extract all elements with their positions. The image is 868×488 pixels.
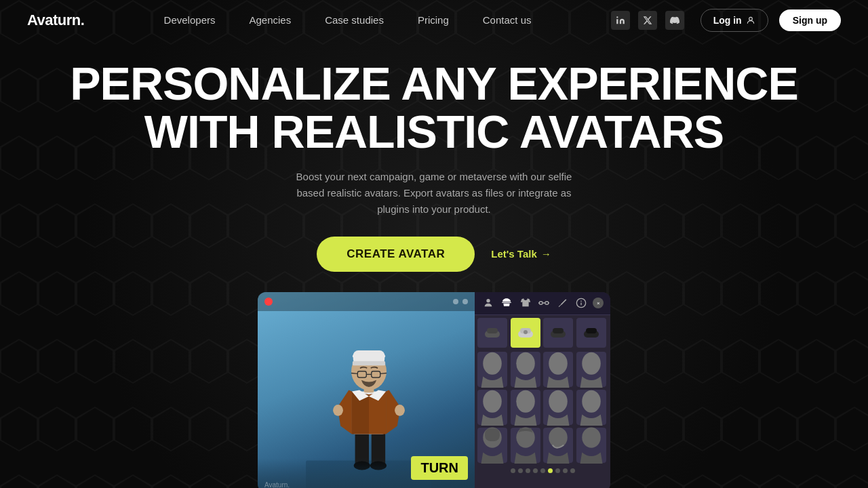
head-item-8[interactable] [576,390,606,425]
hat-item-4[interactable] [576,318,606,348]
head-item-1[interactable] [477,352,507,387]
turn-badge: TURN [411,456,468,480]
head-item-2[interactable] [511,352,540,387]
nav-developers[interactable]: Developers [164,14,216,26]
head-item-9[interactable] [477,428,507,463]
tool-glasses-icon[interactable] [537,296,551,310]
page-dot-2[interactable] [518,468,523,473]
head-item-12[interactable] [576,428,606,463]
lets-talk-button[interactable]: Let's Talk → [491,248,551,260]
preview-controls [453,299,468,304]
preview-top-bar [258,292,475,311]
head-item-3[interactable] [543,352,573,387]
hat-grid [475,315,610,350]
head-item-10[interactable] [511,428,540,463]
svg-line-17 [351,373,357,373]
head-grid-row1 [475,350,610,388]
head-item-7[interactable] [543,390,573,425]
tool-hat-icon[interactable] [500,296,513,310]
head-item-4[interactable] [576,352,606,387]
customizer-close-button[interactable]: × [593,298,604,308]
nav-links: Developers Agencies Case studies Pricing… [164,14,532,26]
head-item-11[interactable] [543,428,573,463]
discord-icon[interactable] [665,11,684,30]
svg-rect-36 [586,328,597,333]
svg-point-42 [516,390,535,413]
page-dot-8[interactable] [563,468,568,473]
svg-point-32 [524,330,528,334]
svg-point-41 [483,390,502,413]
svg-point-7 [333,405,343,416]
hero-title: PERSONALIZE ANY EXPERIENCE WITH REALISTI… [0,60,868,157]
head-item-6[interactable] [511,390,540,425]
tool-info-icon[interactable] [574,296,588,310]
customizer-toolbar: × [475,292,610,315]
watermark: Avaturn. [264,481,290,488]
linkedin-icon[interactable] [611,11,630,30]
nav-pricing[interactable]: Pricing [418,14,449,26]
svg-rect-20 [539,302,542,304]
svg-point-48 [549,428,568,448]
page-dot-6[interactable] [548,468,553,473]
svg-point-49 [582,428,601,448]
create-avatar-button[interactable]: CREATE AVATAR [317,237,475,272]
logo: Avaturn. [27,12,84,29]
hero-section: PERSONALIZE ANY EXPERIENCE WITH REALISTI… [0,41,868,488]
hero-actions: CREATE AVATAR Let's Talk → [0,237,868,272]
page-dot-7[interactable] [555,468,560,473]
head-grid-row2 [475,388,610,426]
svg-point-19 [486,299,490,302]
nav-agencies[interactable]: Agencies [249,14,291,26]
hat-item-2[interactable] [511,318,540,348]
page-dot-3[interactable] [526,468,530,473]
page-dot-9[interactable] [570,468,575,473]
ctrl-dot-2 [462,299,468,304]
svg-line-18 [380,373,387,373]
login-button[interactable]: Log in [701,9,768,32]
nav-contact[interactable]: Contact us [483,14,532,26]
svg-point-39 [549,352,568,375]
svg-rect-34 [553,328,564,333]
tool-person-icon[interactable] [481,296,495,310]
svg-point-0 [749,17,752,20]
record-dot [264,298,273,306]
svg-rect-29 [487,328,498,333]
head-item-5[interactable] [477,390,507,425]
nav-right: Log in Sign up [611,9,841,32]
panel-pagination [475,464,610,476]
hat-item-3[interactable] [543,318,573,348]
tool-brush-icon[interactable] [555,296,569,310]
preview-container: TURN Avaturn. [0,292,868,488]
customizer-panel: × [475,292,610,488]
svg-rect-21 [545,302,549,304]
svg-rect-13 [353,361,385,366]
page-dot-1[interactable] [511,468,515,473]
page-dot-4[interactable] [533,468,538,473]
nav-case-studies[interactable]: Case studies [325,14,384,26]
hero-subtitle: Boost your next campaign, game or metave… [292,169,576,218]
svg-point-37 [483,352,502,375]
ctrl-dot-1 [453,299,458,304]
tool-shirt-icon[interactable] [519,296,532,310]
hat-item-1[interactable] [477,318,507,348]
svg-rect-46 [485,428,500,441]
avatar-preview: TURN Avaturn. [258,292,475,488]
head-grid-row3 [475,426,610,464]
twitter-icon[interactable] [638,11,657,30]
svg-point-43 [549,390,568,413]
svg-point-40 [582,352,601,375]
signup-button[interactable]: Sign up [779,9,841,31]
navbar: Avaturn. Developers Agencies Case studie… [0,0,868,41]
svg-point-44 [582,390,601,413]
svg-point-38 [516,352,535,375]
social-icons [611,11,684,30]
svg-point-8 [395,405,405,416]
page-dot-5[interactable] [540,468,545,473]
